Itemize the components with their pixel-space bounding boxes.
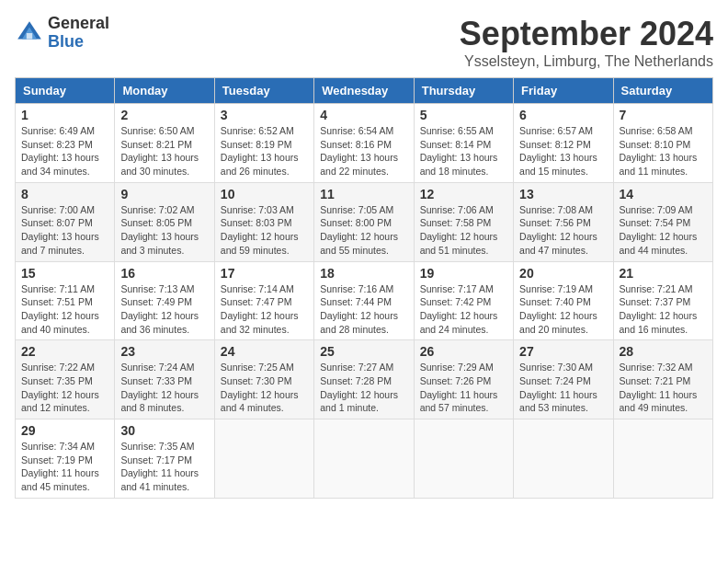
day-number: 15 — [21, 266, 108, 281]
day-info: Sunrise: 6:50 AMSunset: 8:21 PMDaylight:… — [120, 124, 208, 178]
calendar-week-row: 1Sunrise: 6:49 AMSunset: 8:23 PMDaylight… — [16, 104, 713, 183]
location: Ysselsteyn, Limburg, The Netherlands — [460, 53, 713, 70]
calendar-day-cell: 13Sunrise: 7:08 AMSunset: 7:56 PMDayligh… — [514, 182, 613, 261]
day-info: Sunrise: 7:35 AMSunset: 7:17 PMDaylight:… — [120, 440, 208, 494]
day-number: 6 — [519, 108, 607, 122]
day-number: 5 — [420, 108, 507, 122]
month-title: September 2024 — [460, 15, 713, 53]
day-info: Sunrise: 7:21 AMSunset: 7:37 PMDaylight:… — [620, 282, 707, 337]
calendar-week-row: 29Sunrise: 7:34 AMSunset: 7:19 PMDayligh… — [16, 419, 713, 499]
day-number: 1 — [21, 108, 108, 122]
day-info: Sunrise: 7:29 AMSunset: 7:26 PMDaylight:… — [420, 361, 507, 415]
calendar-day-cell: 9Sunrise: 7:02 AMSunset: 8:05 PMDaylight… — [115, 182, 214, 261]
calendar-day-cell: 28Sunrise: 7:32 AMSunset: 7:21 PMDayligh… — [613, 340, 712, 419]
day-number: 27 — [519, 344, 607, 359]
day-number: 26 — [420, 344, 507, 359]
day-info: Sunrise: 6:58 AMSunset: 8:10 PMDaylight:… — [620, 124, 707, 178]
logo-icon — [15, 18, 44, 48]
calendar-day-cell: 2Sunrise: 6:50 AMSunset: 8:21 PMDaylight… — [115, 104, 214, 183]
calendar-day-cell: 5Sunrise: 6:55 AMSunset: 8:14 PMDaylight… — [414, 104, 513, 183]
day-number: 22 — [21, 344, 108, 359]
empty-cell — [613, 419, 712, 499]
calendar-day-cell: 22Sunrise: 7:22 AMSunset: 7:35 PMDayligh… — [16, 340, 115, 419]
calendar-day-cell: 29Sunrise: 7:34 AMSunset: 7:19 PMDayligh… — [16, 419, 115, 499]
day-number: 16 — [120, 266, 208, 281]
calendar-day-cell: 16Sunrise: 7:13 AMSunset: 7:49 PMDayligh… — [115, 261, 214, 340]
calendar-day-cell: 20Sunrise: 7:19 AMSunset: 7:40 PMDayligh… — [514, 261, 613, 340]
logo-text: General Blue — [48, 15, 109, 52]
day-number: 7 — [620, 108, 707, 122]
calendar-day-cell: 26Sunrise: 7:29 AMSunset: 7:26 PMDayligh… — [414, 340, 513, 419]
calendar-day-cell: 15Sunrise: 7:11 AMSunset: 7:51 PMDayligh… — [16, 261, 115, 340]
day-number: 4 — [320, 108, 407, 122]
day-info: Sunrise: 7:34 AMSunset: 7:19 PMDaylight:… — [21, 440, 108, 494]
day-info: Sunrise: 7:14 AMSunset: 7:47 PMDaylight:… — [221, 282, 308, 337]
day-info: Sunrise: 7:27 AMSunset: 7:28 PMDaylight:… — [320, 361, 407, 415]
calendar-day-cell: 30Sunrise: 7:35 AMSunset: 7:17 PMDayligh… — [115, 419, 214, 499]
weekday-header-friday: Friday — [514, 78, 613, 104]
calendar-day-cell: 14Sunrise: 7:09 AMSunset: 7:54 PMDayligh… — [613, 182, 712, 261]
calendar-week-row: 22Sunrise: 7:22 AMSunset: 7:35 PMDayligh… — [16, 340, 713, 419]
day-number: 3 — [221, 108, 308, 122]
title-block: September 2024 Ysselsteyn, Limburg, The … — [460, 15, 713, 70]
calendar-week-row: 15Sunrise: 7:11 AMSunset: 7:51 PMDayligh… — [16, 261, 713, 340]
page-header: General Blue September 2024 Ysselsteyn, … — [15, 15, 713, 70]
calendar-day-cell: 25Sunrise: 7:27 AMSunset: 7:28 PMDayligh… — [314, 340, 414, 419]
day-number: 9 — [120, 187, 208, 201]
calendar-day-cell: 23Sunrise: 7:24 AMSunset: 7:33 PMDayligh… — [115, 340, 214, 419]
calendar-week-row: 8Sunrise: 7:00 AMSunset: 8:07 PMDaylight… — [16, 182, 713, 261]
day-info: Sunrise: 6:54 AMSunset: 8:16 PMDaylight:… — [320, 124, 407, 178]
day-info: Sunrise: 7:05 AMSunset: 8:00 PMDaylight:… — [320, 203, 407, 258]
calendar-day-cell: 1Sunrise: 6:49 AMSunset: 8:23 PMDaylight… — [16, 104, 115, 183]
empty-cell — [514, 419, 613, 499]
weekday-header-wednesday: Wednesday — [314, 78, 414, 104]
day-number: 2 — [120, 108, 208, 122]
day-number: 28 — [620, 344, 707, 359]
empty-cell — [314, 419, 414, 499]
day-number: 17 — [221, 266, 308, 281]
calendar-day-cell: 10Sunrise: 7:03 AMSunset: 8:03 PMDayligh… — [214, 182, 313, 261]
calendar-day-cell: 24Sunrise: 7:25 AMSunset: 7:30 PMDayligh… — [214, 340, 313, 419]
weekday-header-row: SundayMondayTuesdayWednesdayThursdayFrid… — [16, 78, 713, 104]
day-number: 12 — [420, 187, 507, 201]
day-number: 25 — [320, 344, 407, 359]
day-info: Sunrise: 6:57 AMSunset: 8:12 PMDaylight:… — [519, 124, 607, 178]
day-number: 10 — [221, 187, 308, 201]
day-info: Sunrise: 7:16 AMSunset: 7:44 PMDaylight:… — [320, 282, 407, 337]
day-info: Sunrise: 7:32 AMSunset: 7:21 PMDaylight:… — [620, 361, 707, 415]
day-number: 11 — [320, 187, 407, 201]
day-number: 19 — [420, 266, 507, 281]
day-info: Sunrise: 7:02 AMSunset: 8:05 PMDaylight:… — [120, 203, 208, 258]
day-info: Sunrise: 7:19 AMSunset: 7:40 PMDaylight:… — [519, 282, 607, 337]
day-number: 24 — [221, 344, 308, 359]
empty-cell — [214, 419, 313, 499]
weekday-header-sunday: Sunday — [16, 78, 115, 104]
weekday-header-tuesday: Tuesday — [214, 78, 313, 104]
calendar-day-cell: 3Sunrise: 6:52 AMSunset: 8:19 PMDaylight… — [214, 104, 313, 183]
empty-cell — [414, 419, 513, 499]
calendar-day-cell: 18Sunrise: 7:16 AMSunset: 7:44 PMDayligh… — [314, 261, 414, 340]
weekday-header-saturday: Saturday — [613, 78, 712, 104]
day-info: Sunrise: 6:55 AMSunset: 8:14 PMDaylight:… — [420, 124, 507, 178]
day-info: Sunrise: 7:17 AMSunset: 7:42 PMDaylight:… — [420, 282, 507, 337]
logo-blue-text: Blue — [48, 33, 109, 52]
logo: General Blue — [15, 15, 109, 52]
weekday-header-thursday: Thursday — [414, 78, 513, 104]
day-number: 8 — [21, 187, 108, 201]
calendar-day-cell: 7Sunrise: 6:58 AMSunset: 8:10 PMDaylight… — [613, 104, 712, 183]
day-number: 30 — [120, 423, 208, 438]
calendar-day-cell: 4Sunrise: 6:54 AMSunset: 8:16 PMDaylight… — [314, 104, 414, 183]
day-info: Sunrise: 7:06 AMSunset: 7:58 PMDaylight:… — [420, 203, 507, 258]
calendar-day-cell: 17Sunrise: 7:14 AMSunset: 7:47 PMDayligh… — [214, 261, 313, 340]
day-number: 21 — [620, 266, 707, 281]
day-info: Sunrise: 6:49 AMSunset: 8:23 PMDaylight:… — [21, 124, 108, 178]
day-info: Sunrise: 7:11 AMSunset: 7:51 PMDaylight:… — [21, 282, 108, 337]
calendar-table: SundayMondayTuesdayWednesdayThursdayFrid… — [15, 77, 713, 499]
day-info: Sunrise: 7:13 AMSunset: 7:49 PMDaylight:… — [120, 282, 208, 337]
calendar-day-cell: 19Sunrise: 7:17 AMSunset: 7:42 PMDayligh… — [414, 261, 513, 340]
calendar-day-cell: 27Sunrise: 7:30 AMSunset: 7:24 PMDayligh… — [514, 340, 613, 419]
day-info: Sunrise: 7:03 AMSunset: 8:03 PMDaylight:… — [221, 203, 308, 258]
day-number: 20 — [519, 266, 607, 281]
calendar-day-cell: 12Sunrise: 7:06 AMSunset: 7:58 PMDayligh… — [414, 182, 513, 261]
day-info: Sunrise: 7:30 AMSunset: 7:24 PMDaylight:… — [519, 361, 607, 415]
